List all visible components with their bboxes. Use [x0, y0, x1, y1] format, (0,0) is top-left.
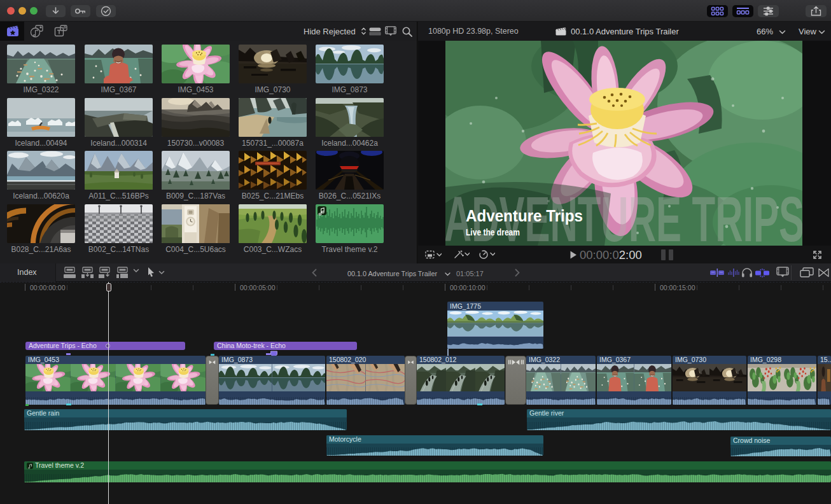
svg-text:Adventure Trips: Adventure Trips [466, 206, 583, 225]
svg-text:Live the dream: Live the dream [466, 227, 520, 237]
